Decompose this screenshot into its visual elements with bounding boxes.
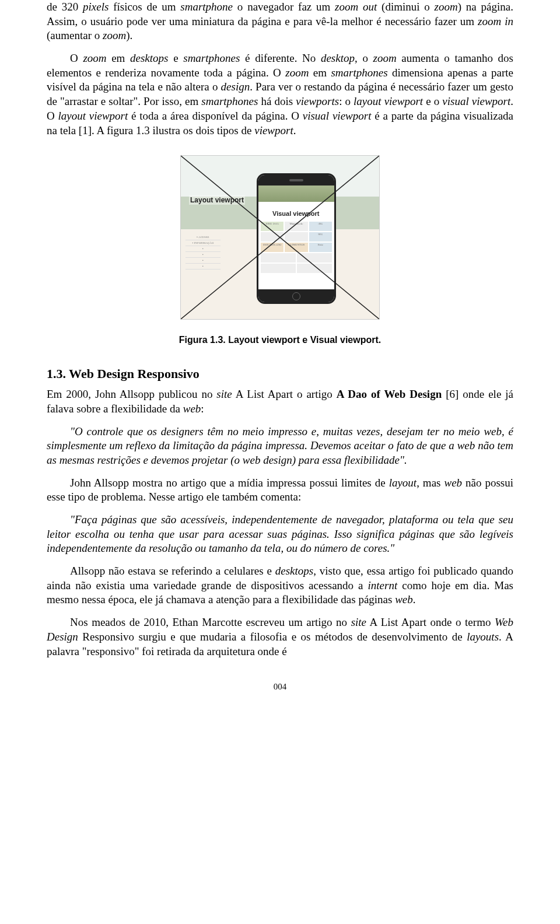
text-italic: layout viewport [58, 110, 128, 122]
text-italic: visual viewport [442, 95, 510, 107]
body-paragraph-2: O zoom em desktops e smartphones é difer… [47, 51, 513, 138]
text-italic: site [351, 616, 366, 628]
text-italic: zoom [285, 66, 309, 79]
text-italic: visual viewport [303, 110, 372, 122]
section-paragraph-2: John Allsopp mostra no artigo que a mídi… [47, 476, 513, 505]
text-italic: viewports [296, 95, 339, 107]
page-number: 004 [47, 682, 513, 692]
text-italic: zoom out [335, 1, 377, 13]
phone-cell: DOUTORADO [261, 243, 284, 252]
block-quote-1: "O controle que os designers têm no meio… [47, 425, 513, 468]
text: , o [355, 52, 373, 64]
text: ). [126, 29, 132, 41]
text: é toda a área disponível da página. O [128, 110, 302, 122]
phone-cell [297, 253, 332, 262]
text-italic: smartphone [180, 1, 233, 13]
section-number: 1.3. [47, 366, 66, 381]
section-heading-1-3: 1.3. Web Design Responsivo [47, 366, 513, 382]
text: : [201, 402, 204, 415]
section-paragraph-4: Nos meados de 2010, Ethan Marcotte escre… [47, 615, 513, 659]
text-italic: desktops [130, 52, 168, 64]
text-italic: desktops [275, 565, 313, 577]
phone-frame-icon: Visual viewport SISU 2015 Manuais de :II… [257, 173, 336, 304]
figure-illustration: Layout viewport ▪ ACESSE ▪ INFORMAÇÃO ▪ … [180, 155, 380, 320]
text: Responsivo surgiu e que mudaria a filoso… [78, 631, 467, 643]
text-italic: zoom [83, 52, 106, 64]
figure-caption: Figura 1.3. Layout viewport e Visual vie… [47, 335, 513, 345]
section-paragraph-3: Allsopp não estava se referindo a celula… [47, 564, 513, 607]
layout-viewport-label: Layout viewport [189, 195, 245, 205]
text-italic: pixels [83, 1, 108, 13]
text: é diferente. No [240, 52, 321, 64]
phone-cell [285, 232, 307, 242]
phone-cell: :IIG [309, 222, 332, 231]
text-italic: layouts [467, 631, 499, 643]
text-italic: layout [389, 477, 417, 489]
phone-cell: Manuais de [285, 222, 307, 231]
text-italic: zoom [373, 52, 397, 64]
text-italic: web [444, 477, 462, 489]
text-italic: site [216, 388, 232, 400]
phone-cell: Siste [309, 243, 332, 252]
text: o navegador faz um [233, 1, 335, 13]
phone-cell: SIG [309, 232, 332, 242]
phone-cell: SISU 2015 [261, 222, 284, 231]
text-italic: zoom [435, 1, 458, 13]
text: em [107, 52, 131, 64]
text: : o [339, 95, 354, 107]
text: A List Apart o artigo [232, 388, 337, 400]
text-italic: web [395, 593, 413, 606]
text: (diminui o [377, 1, 434, 13]
text: físicos de um [108, 1, 180, 13]
section-title: Web Design Responsivo [69, 366, 200, 381]
text-italic: design [221, 80, 250, 93]
text-italic: smartphones [183, 52, 240, 64]
text-italic: desktop [321, 52, 355, 64]
text-italic: zoom [103, 29, 126, 41]
text: John Allsopp mostra no artigo que a mídi… [70, 477, 389, 489]
text: Nos meados de 2010, Ethan Marcotte escre… [70, 616, 351, 628]
text: e [168, 52, 183, 64]
visual-viewport-label: Visual viewport [272, 210, 320, 217]
body-paragraph-1: de 320 pixels físicos de um smartphone o… [47, 0, 513, 43]
text: O [70, 52, 83, 64]
text: e o [423, 95, 442, 107]
text: . [413, 593, 416, 606]
text-italic: layout viewport [354, 95, 423, 107]
text: há dois [258, 95, 296, 107]
phone-cell [261, 253, 296, 262]
text-italic: web [183, 402, 201, 415]
phone-cell [261, 232, 284, 242]
text: em [309, 66, 331, 79]
phone-cell: ALIMENTOS [285, 243, 307, 252]
text: Em 2000, John Allsopp publicou no [47, 388, 216, 400]
text: , mas [416, 477, 444, 489]
text-italic: internt [368, 579, 398, 592]
text: Allsopp não estava se referindo a celula… [70, 565, 275, 577]
phone-cell [297, 264, 332, 273]
text-italic: zoom in [478, 15, 513, 27]
text-italic: smartphones [201, 95, 258, 107]
text-italic: viewport [254, 124, 293, 136]
text: . [293, 124, 296, 136]
text: A List Apart onde o termo [366, 616, 495, 628]
figure-1-3: Layout viewport ▪ ACESSE ▪ INFORMAÇÃO ▪ … [47, 155, 513, 345]
text-bold: A Dao of Web Design [337, 388, 442, 400]
block-quote-2: "Faça páginas que são acessíveis, indepe… [47, 513, 513, 556]
text: de 320 [47, 1, 83, 13]
phone-cell [261, 264, 296, 273]
text: (aumentar o [47, 29, 103, 41]
section-paragraph-1: Em 2000, John Allsopp publicou no site A… [47, 387, 513, 416]
text-italic: smartphones [331, 66, 387, 79]
background-sidebar: ▪ ACESSE ▪ INFORMAÇÃO ▪ ▪ ▪ ▪ [186, 235, 220, 310]
